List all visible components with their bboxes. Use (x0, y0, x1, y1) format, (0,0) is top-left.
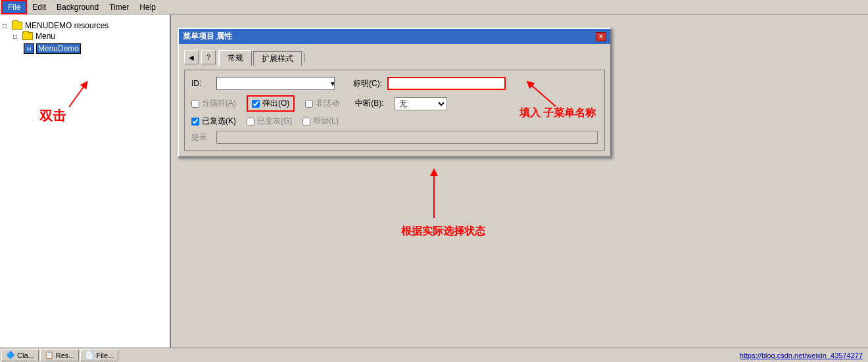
checkbox-separator-input[interactable] (191, 100, 199, 108)
checkbox-grayed[interactable]: 已变灰(G) (247, 116, 292, 127)
annotation-fill-in: 填入 子菜单名称 (519, 106, 596, 120)
class-icon: 🔷 (6, 351, 15, 360)
checkbox-separator[interactable]: 分隔符(A) (191, 98, 236, 109)
menu-edit[interactable]: Edit (27, 1, 51, 13)
left-panel: □ MENUDEMO resources □ Menu M MenuDemo 双… (0, 14, 171, 348)
dialog-tabs: 常规 扩展样式 | (218, 49, 306, 65)
hint-row: 提示 (191, 131, 598, 144)
tree-label-menudemo: MenuDemo (37, 44, 80, 53)
id-label: ID: (191, 79, 211, 88)
tab-general[interactable]: 常规 (218, 50, 252, 66)
inactive-label: 非活动 (316, 98, 339, 109)
annotation-double-click: 双击 (39, 107, 66, 125)
folder-icon (12, 22, 22, 30)
main-area: □ MENUDEMO resources □ Menu M MenuDemo 双… (0, 14, 868, 348)
checkbox-inactive[interactable]: 非活动 (305, 98, 339, 109)
checkbox-checked[interactable]: 已复选(K) (191, 116, 236, 127)
res-icon: 📋 (45, 351, 54, 360)
tree-label-root: MENUDEMO resources (25, 21, 108, 30)
interrupt-label: 中断(B): (355, 98, 383, 109)
checkbox-popup[interactable]: 弹出(O) (247, 95, 295, 112)
tree-expand-root[interactable]: □ (3, 22, 11, 30)
tab-extended-style[interactable]: 扩展样式 (253, 51, 302, 66)
checkbox-popup-input[interactable] (252, 100, 260, 108)
menu-help[interactable]: Help (134, 1, 161, 13)
tree-expand-menu[interactable]: □ (13, 33, 21, 40)
status-btn-file-label: File... (96, 351, 114, 359)
dialog-title: 菜单项目 属性 (183, 31, 232, 42)
hint-label: 提示 (191, 132, 211, 143)
right-panel: 菜单项目 属性 × ◀ ? 常规 扩展样式 | (171, 14, 868, 348)
status-btn-class[interactable]: 🔷 Cla... (1, 350, 39, 361)
status-bar: 🔷 Cla... 📋 Res... 📄 File... https://blog… (0, 348, 868, 362)
checkbox-inactive-input[interactable] (305, 100, 313, 108)
checkbox-checked-input[interactable] (191, 118, 199, 125)
id-input[interactable] (216, 77, 335, 90)
arrow-choose-state (414, 166, 454, 227)
status-url[interactable]: https://blog.csdn.net/weixin_43574277 (740, 351, 863, 359)
tree-item-root[interactable]: □ MENUDEMO resources (3, 20, 167, 31)
menu-bar: File Edit Background Timer Help (0, 0, 868, 14)
dialog-title-bar: 菜单项目 属性 × (179, 29, 610, 44)
popup-label: 弹出(O) (262, 98, 289, 109)
folder-icon-menu (22, 32, 33, 40)
menu-background[interactable]: Background (51, 1, 104, 13)
checkbox-help-input[interactable] (302, 118, 310, 125)
separator-label: 分隔符(A) (202, 98, 236, 109)
status-btn-res[interactable]: 📋 Res... (40, 350, 80, 361)
tree-item-menudemo[interactable]: M MenuDemo (24, 43, 167, 55)
checkbox-grayed-input[interactable] (247, 118, 254, 125)
dialog-close-button[interactable]: × (596, 32, 606, 41)
toolbar-help-button[interactable]: ? (201, 50, 216, 64)
status-btn-file[interactable]: 📄 File... (80, 350, 118, 361)
interrupt-select[interactable]: 无 列 栏 (395, 97, 447, 110)
menu-timer[interactable]: Timer (104, 1, 134, 13)
checked-label: 已复选(K) (202, 116, 236, 127)
hint-input[interactable] (216, 131, 598, 144)
menu-file[interactable]: File (1, 0, 27, 14)
dialog-body: ◀ ? 常规 扩展样式 | ID: ▼ (179, 44, 610, 156)
grayed-label: 已变灰(G) (257, 116, 292, 127)
caption-label: 标明(C): (353, 78, 382, 89)
tree-label-menu: Menu (36, 32, 55, 41)
caption-input[interactable]: &File (387, 77, 506, 90)
annotation-choose-state: 根据实际选择状态 (401, 225, 485, 238)
file-icon: 📄 (85, 351, 94, 360)
svg-line-0 (69, 84, 85, 107)
arrow-double-click (66, 81, 105, 116)
tab-divider: | (303, 52, 306, 62)
dialog-toolbar: ◀ ? 常规 扩展样式 | (184, 49, 605, 65)
checkbox-help[interactable]: 帮助(L) (302, 116, 339, 127)
menudemo-icon: M (24, 43, 34, 54)
status-btn-res-label: Res... (56, 351, 75, 359)
status-btn-class-label: Cla... (17, 351, 34, 359)
tree-item-menu[interactable]: □ Menu (13, 31, 167, 41)
toolbar-back-button[interactable]: ◀ (184, 50, 199, 64)
dialog-menu-properties: 菜单项目 属性 × ◀ ? 常规 扩展样式 | (178, 28, 612, 158)
help-label: 帮助(L) (313, 116, 339, 127)
form-row-id-caption: ID: ▼ 标明(C): &File (191, 77, 598, 90)
